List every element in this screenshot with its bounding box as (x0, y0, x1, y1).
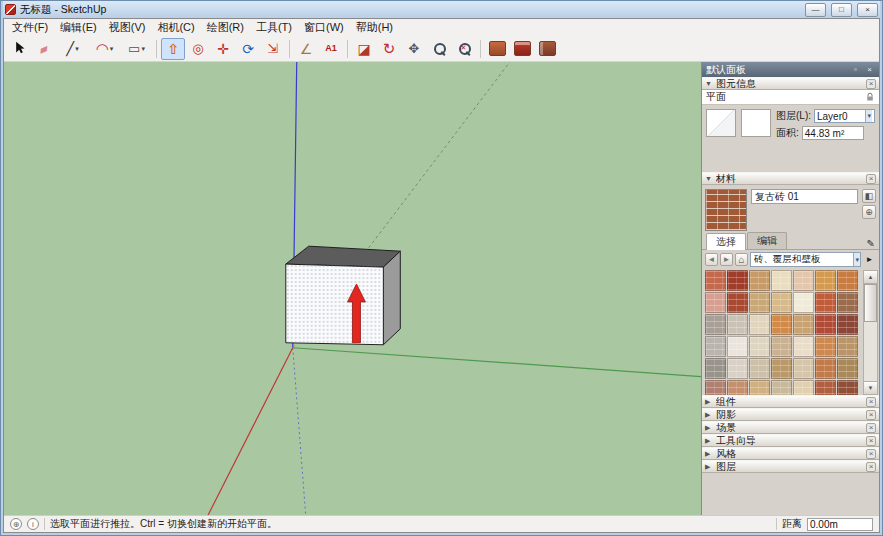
dimension-tool[interactable]: A1 (319, 38, 343, 60)
material-swatch[interactable] (705, 270, 726, 291)
scroll-down-icon[interactable]: ▼ (864, 381, 877, 394)
material-swatch[interactable] (705, 292, 726, 313)
material-swatch[interactable] (815, 270, 836, 291)
panel-menu-icon[interactable]: ▫ (850, 65, 861, 74)
material-swatch[interactable] (771, 380, 792, 395)
material-swatch[interactable] (837, 292, 858, 313)
menu-view[interactable]: 视图(V) (103, 19, 152, 36)
panel-section-header[interactable]: ▶ 场景 × (702, 421, 879, 434)
entity-info-header[interactable]: ▼ 图元信息 × (702, 77, 879, 90)
arc-tool[interactable]: ◠▾ (89, 38, 120, 60)
tape-measure-tool[interactable]: ∠ (294, 38, 318, 60)
zoom-tool[interactable] (427, 38, 451, 60)
material-swatch[interactable] (815, 292, 836, 313)
material-swatch[interactable] (749, 292, 770, 313)
move-tool[interactable]: ✛ (211, 38, 235, 60)
material-swatch[interactable] (705, 380, 726, 395)
paint-bucket-tool[interactable]: ◪ (352, 38, 376, 60)
menu-help[interactable]: 帮助(H) (350, 19, 399, 36)
panel-section-header[interactable]: ▶ 组件 × (702, 395, 879, 408)
material-swatch[interactable] (705, 314, 726, 335)
material-swatch[interactable] (749, 314, 770, 335)
material-swatch[interactable] (793, 358, 814, 379)
section-close-icon[interactable]: × (866, 397, 876, 407)
material-swatch[interactable] (749, 380, 770, 395)
in-model-home-icon[interactable]: ⌂ (735, 253, 748, 266)
material-swatch[interactable] (771, 336, 792, 357)
material-swatch[interactable] (815, 314, 836, 335)
viewport[interactable] (4, 62, 702, 515)
add-location-tool[interactable] (485, 38, 509, 60)
get-models-tool[interactable] (510, 38, 534, 60)
material-swatch[interactable] (727, 380, 748, 395)
material-swatch[interactable] (727, 336, 748, 357)
material-swatch[interactable] (705, 336, 726, 357)
box-right-face[interactable] (383, 251, 400, 345)
section-close-icon[interactable]: × (866, 174, 876, 184)
material-swatch[interactable] (793, 380, 814, 395)
material-swatch[interactable] (837, 270, 858, 291)
material-swatch[interactable] (749, 336, 770, 357)
chevron-down-icon[interactable]: ▾ (75, 45, 79, 53)
panel-section-header[interactable]: ▶ 工具向导 × (702, 434, 879, 447)
menu-window[interactable]: 窗口(W) (298, 19, 350, 36)
material-swatch[interactable] (727, 314, 748, 335)
line-tool[interactable]: ╱▾ (57, 38, 88, 60)
tab-select[interactable]: 选择 (706, 233, 746, 250)
display-secondary-pane-icon[interactable]: ◧ (862, 189, 876, 203)
orbit-tool[interactable]: ↻ (377, 38, 401, 60)
section-close-icon[interactable]: × (866, 79, 876, 89)
material-swatch[interactable] (793, 314, 814, 335)
material-swatch[interactable] (771, 270, 792, 291)
push-pull-tool[interactable]: ⇧ (161, 38, 185, 60)
scale-tool[interactable]: ⇲ (261, 38, 285, 60)
menu-draw[interactable]: 绘图(R) (201, 19, 250, 36)
lock-icon[interactable] (865, 92, 875, 102)
material-swatch[interactable] (793, 292, 814, 313)
scrollbar-track[interactable] (864, 284, 877, 381)
material-swatch[interactable] (771, 314, 792, 335)
rectangle-tool[interactable]: ▭▾ (121, 38, 152, 60)
scrollbar-thumb[interactable] (864, 284, 877, 322)
chevron-down-icon[interactable]: ▾ (110, 45, 114, 53)
panel-section-header[interactable]: ▶ 风格 × (702, 447, 879, 460)
section-close-icon[interactable]: × (866, 410, 876, 420)
offset-tool[interactable]: ◎ (186, 38, 210, 60)
measure-input[interactable] (807, 518, 873, 531)
pan-tool[interactable]: ✥ (402, 38, 426, 60)
scroll-up-icon[interactable]: ▲ (864, 271, 877, 284)
menu-edit[interactable]: 编辑(E) (54, 19, 103, 36)
panel-section-header[interactable]: ▶ 阴影 × (702, 408, 879, 421)
layer-dropdown[interactable]: Layer0 ▾ (814, 109, 875, 123)
create-material-icon[interactable]: ⊕ (862, 205, 876, 219)
paint-arrow-icon[interactable]: ► (863, 253, 876, 266)
material-name-field[interactable]: 复古砖 01 (751, 189, 858, 204)
info-icon[interactable]: i (27, 518, 39, 530)
sample-paint-dropper-icon[interactable]: ✎ (867, 238, 875, 249)
material-swatch[interactable] (793, 270, 814, 291)
material-swatch[interactable] (837, 358, 858, 379)
face-front-thumbnail[interactable] (706, 109, 736, 137)
material-swatch[interactable] (837, 380, 858, 395)
section-close-icon[interactable]: × (866, 436, 876, 446)
category-dropdown[interactable]: 砖、覆层和壁板 ▾ (750, 252, 861, 267)
swatch-scrollbar[interactable]: ▲ ▼ (863, 270, 878, 395)
material-swatch[interactable] (815, 380, 836, 395)
maximize-button[interactable]: □ (831, 3, 852, 17)
panel-section-header[interactable]: ▶ 图层 × (702, 460, 879, 473)
menu-tools[interactable]: 工具(T) (250, 19, 298, 36)
zoom-extents-tool[interactable]: ✕ (452, 38, 476, 60)
material-swatch[interactable] (837, 314, 858, 335)
material-swatch[interactable] (815, 358, 836, 379)
rotate-tool[interactable]: ⟳ (236, 38, 260, 60)
material-preview[interactable] (705, 189, 747, 231)
material-swatch[interactable] (749, 270, 770, 291)
material-swatch[interactable] (837, 336, 858, 357)
material-swatch[interactable] (771, 292, 792, 313)
close-button[interactable]: × (857, 3, 878, 17)
face-back-thumbnail[interactable] (741, 109, 771, 137)
material-swatch[interactable] (727, 270, 748, 291)
back-arrow-icon[interactable]: ◄ (705, 253, 718, 266)
material-swatch[interactable] (749, 358, 770, 379)
chevron-down-icon[interactable]: ▾ (141, 45, 145, 53)
